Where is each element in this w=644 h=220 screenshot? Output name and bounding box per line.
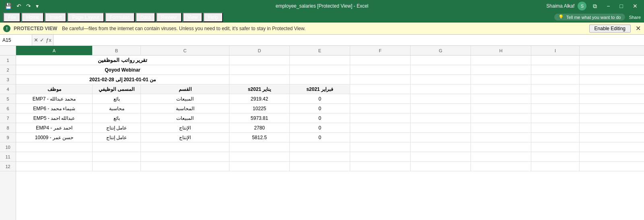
row-header-3[interactable]: 3 xyxy=(0,75,16,84)
cell-d8[interactable]: 2780 xyxy=(229,123,290,132)
cell-c6[interactable]: المحاسبة xyxy=(141,104,229,113)
cell-d5[interactable]: 2919.42 xyxy=(229,94,290,103)
cell-i3[interactable] xyxy=(531,75,580,84)
confirm-formula-btn[interactable]: ✓ xyxy=(40,37,44,43)
col-header-h[interactable]: H xyxy=(471,46,531,55)
cell-g8[interactable] xyxy=(411,123,471,132)
minimize-btn[interactable]: − xyxy=(603,2,613,10)
cell-f7[interactable] xyxy=(350,113,411,123)
menu-page-layout[interactable]: Page Layout xyxy=(67,12,104,22)
menu-data[interactable]: Data xyxy=(136,12,155,22)
menu-formulas[interactable]: Formulas xyxy=(105,12,135,22)
menu-insert[interactable]: Insert xyxy=(45,12,66,22)
cell-c7[interactable]: المبيعات xyxy=(141,113,229,123)
cell-h2[interactable] xyxy=(471,65,531,74)
cell-a10[interactable] xyxy=(16,142,93,152)
share-button[interactable]: Share xyxy=(629,15,641,20)
cell-i2[interactable] xyxy=(531,65,580,74)
cell-e9[interactable]: 0 xyxy=(290,133,350,142)
cell-a11[interactable] xyxy=(16,152,93,161)
cell-e4[interactable]: فبراير s2021 xyxy=(290,84,350,94)
cell-i7[interactable] xyxy=(531,113,580,123)
cell-b7[interactable]: بائع xyxy=(93,113,141,123)
name-box[interactable]: A15 xyxy=(0,35,32,45)
cell-g1[interactable] xyxy=(411,56,471,65)
cell-h6[interactable] xyxy=(471,104,531,113)
cell-a12[interactable] xyxy=(16,162,93,171)
cell-d11[interactable] xyxy=(229,152,290,161)
undo-btn[interactable]: ↶ xyxy=(15,2,23,10)
cell-a5[interactable]: محمد عبدالله - EMP7 xyxy=(16,94,93,103)
cell-f4[interactable] xyxy=(350,84,411,94)
cell-b4[interactable]: المسمى الوظيفي xyxy=(93,84,141,94)
cell-a8[interactable]: احمد عمر - EMP4 xyxy=(16,123,93,132)
cell-e1[interactable] xyxy=(290,56,350,65)
cell-e10[interactable] xyxy=(290,142,350,152)
row-header-9[interactable]: 9 xyxy=(0,133,16,142)
cell-g3[interactable] xyxy=(411,75,471,84)
cell-e2[interactable] xyxy=(290,65,350,74)
cell-a6[interactable]: شيماء محمد - EMP6 xyxy=(16,104,93,113)
maximize-btn[interactable]: □ xyxy=(617,2,626,10)
menu-review[interactable]: Review xyxy=(156,12,182,22)
cell-d3[interactable] xyxy=(229,75,290,84)
cell-c11[interactable] xyxy=(141,152,229,161)
cell-b6[interactable]: محاسبة xyxy=(93,104,141,113)
cell-h3[interactable] xyxy=(471,75,531,84)
row-header-8[interactable]: 8 xyxy=(0,123,16,133)
cell-a4[interactable]: موظف xyxy=(16,84,93,94)
cell-f2[interactable] xyxy=(350,65,411,74)
cell-b10[interactable] xyxy=(93,142,141,152)
cell-d10[interactable] xyxy=(229,142,290,152)
cell-f10[interactable] xyxy=(350,142,411,152)
cell-f12[interactable] xyxy=(350,162,411,171)
cell-h11[interactable] xyxy=(471,152,531,161)
col-header-i[interactable]: I xyxy=(531,46,580,55)
menu-view[interactable]: View xyxy=(183,12,203,22)
cell-i11[interactable] xyxy=(531,152,580,161)
insert-function-btn[interactable]: ƒx xyxy=(46,37,52,43)
cell-d1[interactable] xyxy=(229,56,290,65)
cell-g9[interactable] xyxy=(411,133,471,142)
row-header-1[interactable]: 1 xyxy=(0,56,16,65)
row-header-10[interactable]: 10 xyxy=(0,142,16,152)
cell-h1[interactable] xyxy=(471,56,531,65)
redo-btn[interactable]: ↷ xyxy=(25,2,33,10)
cell-f5[interactable] xyxy=(350,94,411,103)
cell-c9[interactable]: الإنتاج xyxy=(141,133,229,142)
cell-a2[interactable]: Qoyod Webinar xyxy=(16,65,229,74)
cell-f8[interactable] xyxy=(350,123,411,132)
menu-file[interactable]: File xyxy=(3,12,21,22)
cell-g12[interactable] xyxy=(411,162,471,171)
cell-d9[interactable]: 5812.5 xyxy=(229,133,290,142)
col-header-e[interactable]: E xyxy=(290,46,350,55)
cell-h5[interactable] xyxy=(471,94,531,103)
cell-a7[interactable]: عبدالله احمد - EMP5 xyxy=(16,113,93,123)
cell-h10[interactable] xyxy=(471,142,531,152)
col-header-f[interactable]: F xyxy=(350,46,411,55)
cell-b5[interactable]: بائع xyxy=(93,94,141,103)
cell-a1[interactable]: تقرير رواتب الموظفين xyxy=(16,56,229,65)
cell-f6[interactable] xyxy=(350,104,411,113)
cell-d7[interactable]: 5973.81 xyxy=(229,113,290,123)
row-header-6[interactable]: 6 xyxy=(0,104,16,113)
cell-c5[interactable]: المبيعات xyxy=(141,94,229,103)
cell-i8[interactable] xyxy=(531,123,580,132)
cell-i10[interactable] xyxy=(531,142,580,152)
customize-btn[interactable]: ▾ xyxy=(34,2,40,10)
cell-b8[interactable]: عامل إنتاج xyxy=(93,123,141,132)
cell-g5[interactable] xyxy=(411,94,471,103)
col-header-g[interactable]: G xyxy=(411,46,471,55)
enable-editing-button[interactable]: Enable Editing xyxy=(589,25,631,33)
cell-g10[interactable] xyxy=(411,142,471,152)
cell-f11[interactable] xyxy=(350,152,411,161)
menu-help[interactable]: Help xyxy=(203,12,223,22)
restore-down-btn[interactable]: ⧉ xyxy=(590,2,600,10)
cell-i1[interactable] xyxy=(531,56,580,65)
cell-i6[interactable] xyxy=(531,104,580,113)
row-header-5[interactable]: 5 xyxy=(0,94,16,104)
cell-d12[interactable] xyxy=(229,162,290,171)
cell-e12[interactable] xyxy=(290,162,350,171)
cell-i4[interactable] xyxy=(531,84,580,94)
col-header-a[interactable]: A xyxy=(16,46,93,55)
